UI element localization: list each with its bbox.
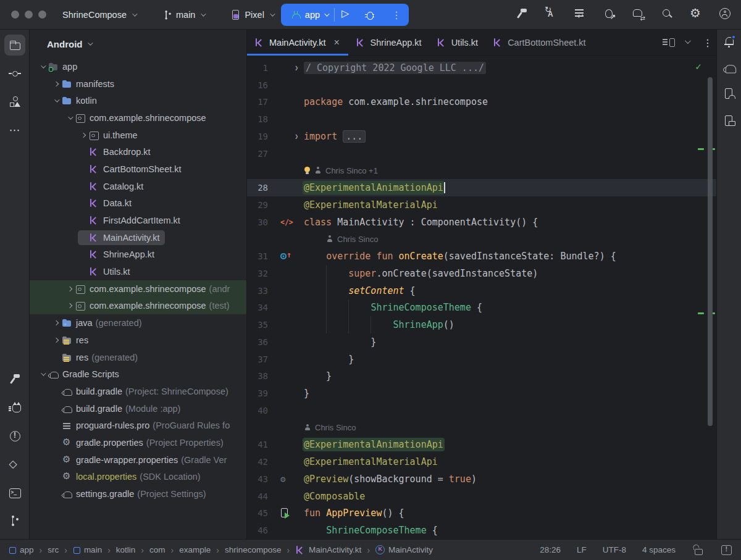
tree-row[interactable]: kotlin (30, 92, 246, 109)
editor-gutter[interactable] (277, 419, 301, 437)
code-line[interactable]: 33 setContent { (247, 282, 716, 299)
code-line[interactable]: 18 (247, 111, 716, 128)
project-tool-button[interactable] (4, 35, 25, 56)
device-selector[interactable]: Pixel (230, 10, 273, 20)
tree-row[interactable]: Utils.kt (30, 263, 246, 280)
tree-row[interactable]: ui.theme (30, 127, 246, 144)
close-tab-icon[interactable] (332, 38, 341, 47)
caret-position[interactable]: 28:26 (540, 545, 561, 554)
tree-row[interactable]: Gradle Scripts (30, 366, 246, 383)
code-line[interactable]: 31 override fun onCreate(savedInstanceSt… (247, 248, 716, 265)
code-line[interactable]: 1/ Copyright 2022 Google LLC .../ (247, 59, 716, 77)
vcs-change-stripe[interactable] (713, 312, 715, 314)
editor-options-menu-icon[interactable] (699, 37, 710, 48)
tree-row[interactable]: Catalog.kt (30, 178, 246, 195)
run-button[interactable] (335, 9, 358, 20)
vcs-change-stripe[interactable] (698, 148, 704, 150)
code-author-label[interactable]: Chris Sinco +1 (325, 166, 378, 175)
editor-tab[interactable]: ShrineApp.kt (348, 30, 429, 56)
editor-gutter[interactable] (277, 437, 301, 454)
tree-row[interactable]: java(generated) (30, 314, 246, 332)
line-ending[interactable]: LF (577, 545, 587, 554)
breadcrumb-item[interactable]: src (48, 545, 59, 554)
editor-gutter[interactable] (277, 196, 301, 214)
branch-selector[interactable]: main (162, 9, 204, 20)
tree-row[interactable]: Data.kt (30, 195, 246, 212)
more-run-options-button[interactable] (382, 9, 405, 20)
code-line[interactable]: 16 (247, 77, 716, 94)
code-author-label[interactable]: Chris Sinco (315, 423, 356, 432)
tree-row[interactable]: build.gradle(Project: ShrineCompose) (30, 383, 246, 400)
attach-debugger-button[interactable] (603, 7, 615, 22)
editor-gutter[interactable] (277, 402, 301, 419)
code-line[interactable]: 44@Composable (247, 488, 716, 505)
maximize-window-button[interactable] (38, 10, 46, 19)
terminal-tool-button[interactable] (4, 482, 25, 503)
vcs-change-stripe[interactable] (713, 148, 715, 150)
tree-row[interactable]: com.example.shrinecompose (30, 109, 246, 127)
editor-tab[interactable]: MainActivity.kt (247, 30, 348, 56)
markup-gutter-icon[interactable]: </> (280, 218, 293, 227)
editor-gutter[interactable]: </> (277, 214, 301, 231)
editor-gutter[interactable] (277, 505, 301, 522)
code-line[interactable]: 46 ShrineComposeTheme { (247, 522, 716, 539)
problems-tool-button[interactable] (4, 425, 25, 446)
tree-row[interactable]: CartBottomSheet.kt (30, 161, 246, 178)
commit-tool-button[interactable] (4, 63, 25, 84)
editor-gutter[interactable] (277, 282, 301, 299)
code-line[interactable]: 17package com.example.shrinecompose (247, 94, 716, 111)
breadcrumb-item[interactable]: example (179, 545, 211, 554)
code-line[interactable]: 40 (247, 402, 716, 419)
debug-button[interactable] (358, 9, 382, 20)
running-devices-tool-button[interactable] (723, 115, 735, 130)
minimize-window-button[interactable] (25, 10, 33, 19)
tree-row[interactable]: build.gradle(Module :app) (30, 400, 246, 417)
code-line[interactable]: 29@ExperimentalMaterialApi (247, 196, 716, 214)
tree-row[interactable]: ShrineApp.kt (30, 246, 246, 264)
tree-row[interactable]: gradle.properties(Project Properties) (30, 434, 246, 451)
more-tool-windows-tool-button[interactable] (4, 120, 25, 141)
breadcrumb-item[interactable]: kotlin (116, 545, 136, 554)
version-control-tool-button[interactable] (4, 511, 25, 532)
editor-gutter[interactable] (277, 179, 301, 196)
chevron-right-icon[interactable] (54, 320, 59, 325)
editor-gutter[interactable] (277, 128, 301, 145)
project-selector[interactable]: ShrineCompose (62, 10, 136, 20)
tree-row[interactable]: res (30, 332, 246, 349)
build-tool-button[interactable] (4, 369, 25, 390)
app-quality-insights-tool-button[interactable] (4, 454, 25, 475)
editor-gutter[interactable] (277, 333, 301, 351)
editor-gutter[interactable] (277, 385, 301, 402)
code-editor[interactable]: ✓ 1/ Copyright 2022 Google LLC .../1617p… (247, 56, 716, 539)
window-controls[interactable] (11, 10, 46, 19)
code-line[interactable]: 30</>class MainActivity : ComponentActiv… (247, 214, 716, 231)
notifications-tool-button[interactable] (723, 36, 735, 51)
tree-row[interactable]: FirstAddCartItem.kt (30, 212, 246, 229)
indent-style[interactable]: 4 spaces (642, 545, 676, 554)
unlocked-icon[interactable] (692, 544, 704, 556)
tree-row[interactable]: com.example.shrinecompose(test) (30, 298, 246, 315)
breadcrumb-item[interactable]: com (149, 545, 165, 554)
fold-chevron-icon[interactable] (295, 133, 299, 140)
apply-code-changes-button[interactable] (574, 7, 586, 22)
overriding-method-gutter-icon[interactable] (280, 252, 291, 261)
author-hint-line[interactable]: Chris Sinco (247, 419, 716, 437)
editor-tab[interactable]: CartBottomSheet.kt (485, 30, 593, 56)
code-line[interactable]: 19import ... (247, 128, 716, 145)
run-configuration-selector[interactable]: app (285, 10, 334, 20)
run-preview-gutter-icon[interactable] (280, 508, 290, 519)
code-line[interactable]: 35 ShrineApp() (247, 316, 716, 333)
editor-gutter[interactable] (277, 488, 301, 505)
inspection-highlight-icon[interactable] (720, 544, 732, 556)
search-everywhere-button[interactable] (661, 7, 673, 22)
gradle-tool-button[interactable] (724, 63, 734, 75)
editor-scrollbar[interactable] (708, 77, 713, 426)
editor-gutter[interactable] (277, 351, 301, 368)
editor-gutter[interactable] (277, 265, 301, 282)
fold-chevron-icon[interactable] (295, 64, 299, 72)
code-line[interactable]: 37 } (247, 351, 716, 368)
code-line[interactable]: 38 } (247, 368, 716, 385)
chevron-right-icon[interactable] (81, 132, 86, 137)
editor-tab[interactable]: Utils.kt (429, 30, 486, 56)
code-line[interactable]: 27 (247, 145, 716, 162)
